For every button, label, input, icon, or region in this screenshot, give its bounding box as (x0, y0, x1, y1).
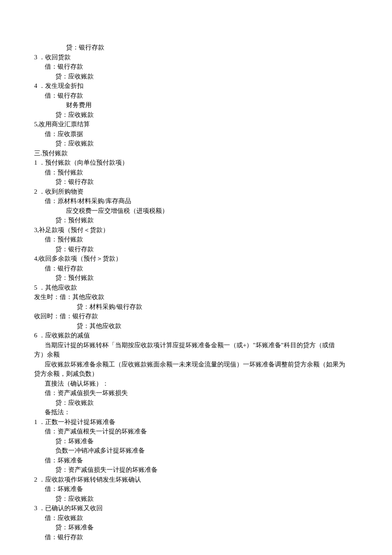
text-line: 借：预付账款 (34, 235, 358, 244)
text-line: 贷：资产减值损失一计提的坏账准备 (34, 465, 358, 475)
text-line: 贷：银行存款 (34, 177, 358, 187)
text-line: 6 ．应收账款的减值 (34, 331, 358, 340)
text-line: 负数一冲销冲减多计提坏账准备 (34, 446, 358, 456)
text-line: 贷：应收账款 (34, 398, 358, 408)
text-line: 借：银行存款 (34, 91, 358, 101)
text-line: 2 ．应收款项作坏账转销发生坏账确认 (34, 475, 358, 485)
text-line: 直接法（确认坏账）： (34, 379, 358, 389)
text-line: 2 ．收到所购物资 (34, 187, 358, 197)
text-line: 4 ．发生现金折扣 (34, 81, 358, 91)
text-line: 1 ．预付账款（向单位预付款项） (34, 158, 358, 168)
text-line: 贷：预付账款 (34, 215, 358, 225)
text-line: 贷：预付账款 (34, 273, 358, 283)
text-line: 借：预付账款 (34, 168, 358, 177)
text-line: 借：资产减值根失一计提的坏账准备 (34, 427, 358, 436)
text-line: 方）余额 (34, 350, 358, 360)
text-line: 三.预付账款 (34, 148, 358, 158)
text-line: 借：资产减值损失一坏账损失 (34, 388, 358, 398)
text-line: 贷：银行存款 (34, 244, 358, 254)
text-line: 3 ．已确认的坏账又收回 (34, 503, 358, 513)
text-line: 贷：应收账款 (34, 494, 358, 504)
text-line: 借：坏账准备 (34, 484, 358, 494)
text-line: 5,改用商业汇票结算 (34, 119, 358, 129)
text-line: 1 ．正数一补提计提坏账准备 (34, 417, 358, 427)
text-line: 贷：坏账准备 (34, 436, 358, 446)
text-line: 发生时：借：其他应收款 (34, 292, 358, 302)
text-line: 贷：其他应收款 (34, 321, 358, 331)
text-line: 4,收回多余款项（预付＞货款） (34, 254, 358, 264)
text-line: 应收账款坏账准备余额工（应收账款账面余额一未来现金流量的现值）一坏账准备调整前贷… (34, 360, 358, 369)
text-line: 借：银行存款 (34, 62, 358, 72)
text-line: 备抵法： (34, 407, 358, 417)
text-line: 应交税费一应交增值税（进项税额） (34, 206, 358, 216)
text-line: 贷：应收账款 (34, 110, 358, 120)
text-line: 借：银行存款 (34, 532, 358, 542)
text-line: 贷：材料采购/银行存款 (34, 302, 358, 312)
text-line: 借：应收账款 (34, 513, 358, 523)
text-line: 当期应计提的坏账转杯「当期按应收款项计算应提坏账准备金额一（或+）"坏账准备"科… (34, 340, 358, 350)
text-line: 3,补足款项（预付＜货款） (34, 225, 358, 235)
text-line: 借：银行存款 (34, 264, 358, 273)
text-line: 3 ．收回货款 (34, 52, 358, 62)
text-line: 收回时：借：银行存款 (34, 311, 358, 321)
text-line: 财务费用 (34, 100, 358, 110)
document-body: 贷：银行存款3 ．收回货款借：银行存款贷：应收账款4 ．发生现金折扣借：银行存款… (34, 43, 358, 542)
text-line: 贷：应收账款 (34, 139, 358, 148)
text-line: 借：应收票据 (34, 129, 358, 139)
text-line: 5 ．其他应收款 (34, 283, 358, 293)
text-line: 贷：应收账款 (34, 72, 358, 81)
text-line: 借：坏账准备 (34, 456, 358, 465)
text-line: 贷：银行存款 (34, 43, 358, 52)
text-line: 贷：坏账准备 (34, 523, 358, 532)
text-line: 借：原材料/材料采购/库存商品 (34, 196, 358, 206)
text-line: 贷方余额，则减负数） (34, 369, 358, 379)
